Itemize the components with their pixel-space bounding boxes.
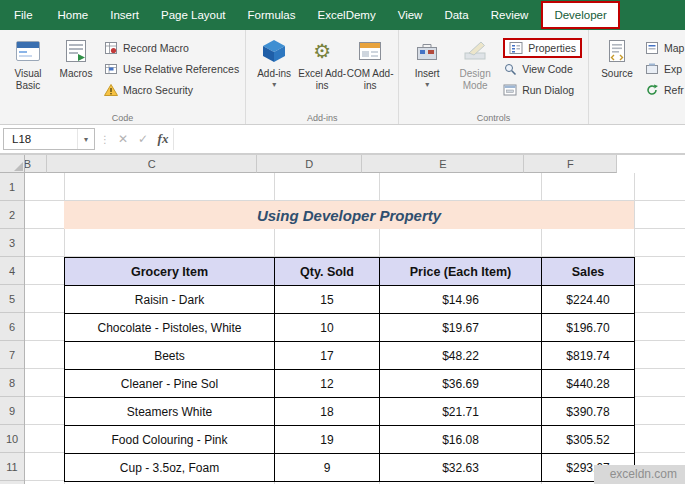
- run-dialog-label: Run Dialog: [522, 84, 574, 96]
- ribbon-tab[interactable]: File: [0, 0, 47, 30]
- ribbon-tab[interactable]: Formulas: [237, 0, 307, 30]
- cell-grocery-item[interactable]: Cup - 3.5oz, Foam: [65, 454, 275, 482]
- insert-function-button[interactable]: fx: [153, 125, 173, 153]
- row-header[interactable]: 4: [0, 257, 24, 285]
- visual-basic-label: Visual Basic: [4, 68, 52, 91]
- insert-control-button[interactable]: Insert ▾: [403, 32, 451, 89]
- dropdown-caret-icon: ▾: [272, 81, 276, 89]
- source-document-icon: [604, 37, 630, 65]
- view-code-button[interactable]: View Code: [503, 62, 582, 76]
- column-header[interactable]: E: [362, 155, 524, 173]
- name-box[interactable]: L18 ▾: [3, 128, 95, 150]
- cell-price[interactable]: $19.67: [380, 314, 542, 342]
- row-header[interactable]: 5: [0, 285, 24, 313]
- row-header[interactable]: 1: [0, 173, 24, 201]
- properties-button[interactable]: Properties: [503, 38, 582, 58]
- cell-qty-sold[interactable]: 10: [275, 314, 380, 342]
- cell-sales[interactable]: $390.78: [542, 398, 635, 426]
- row-header[interactable]: 11: [0, 453, 24, 481]
- row-header[interactable]: 10: [0, 425, 24, 453]
- cell-qty-sold[interactable]: 9: [275, 454, 380, 482]
- cell-price[interactable]: $32.63: [380, 454, 542, 482]
- cell-sales[interactable]: $819.74: [542, 342, 635, 370]
- visual-basic-icon: [15, 37, 41, 65]
- cell-price[interactable]: $48.22: [380, 342, 542, 370]
- header-sales[interactable]: Sales: [542, 258, 635, 286]
- formula-bar: L18 ▾ ⋮ ✕ ✓ fx: [0, 125, 685, 155]
- cell-qty-sold[interactable]: 17: [275, 342, 380, 370]
- com-addins-icon: [357, 37, 383, 65]
- record-macro-button[interactable]: Record Macro: [104, 41, 239, 55]
- header-qty-sold[interactable]: Qty. Sold: [275, 258, 380, 286]
- ribbon-tab[interactable]: Insert: [99, 0, 150, 30]
- properties-label: Properties: [528, 42, 576, 54]
- cell-grocery-item[interactable]: Beets: [65, 342, 275, 370]
- ribbon-tab[interactable]: Page Layout: [150, 0, 237, 30]
- cell-grocery-item[interactable]: Raisin - Dark: [65, 286, 275, 314]
- watermark: exceldn.com: [594, 465, 685, 484]
- insert-control-label: Insert: [415, 68, 440, 80]
- cell-sales[interactable]: $305.52: [542, 426, 635, 454]
- enter-button[interactable]: ✓: [133, 125, 153, 153]
- name-box-caret-icon[interactable]: ▾: [77, 129, 94, 149]
- cell-price[interactable]: $21.71: [380, 398, 542, 426]
- cell-grocery-item[interactable]: Food Colouring - Pink: [65, 426, 275, 454]
- row-header[interactable]: 2: [0, 201, 24, 229]
- properties-icon: [509, 41, 523, 55]
- map-properties-button[interactable]: Map: [645, 41, 684, 55]
- design-mode-button[interactable]: Design Mode: [451, 32, 499, 91]
- header-price[interactable]: Price (Each Item): [380, 258, 542, 286]
- macro-security-button[interactable]: Macro Security: [104, 83, 239, 97]
- cell-grocery-item[interactable]: Chocolate - Pistoles, White: [65, 314, 275, 342]
- row-header[interactable]: 3: [0, 229, 24, 257]
- excel-addins-gear-icon: ⚙: [313, 37, 331, 65]
- run-dialog-button[interactable]: Run Dialog: [503, 83, 582, 97]
- cell-grocery-item[interactable]: Cleaner - Pine Sol: [65, 370, 275, 398]
- code-small-buttons: Record Macro Use Relative References Mac…: [100, 32, 241, 97]
- ribbon-tab[interactable]: Home: [47, 0, 100, 30]
- macros-button[interactable]: Macros: [52, 32, 100, 80]
- column-header[interactable]: F: [524, 155, 617, 173]
- refresh-data-button[interactable]: Refr: [645, 83, 684, 97]
- toolbox-icon: [414, 37, 440, 65]
- cell-sales[interactable]: $440.28: [542, 370, 635, 398]
- ribbon-tab[interactable]: Review: [480, 0, 540, 30]
- column-header[interactable]: C: [47, 155, 257, 173]
- ribbon-group-code: Visual Basic Macros Record Macro: [0, 30, 246, 124]
- visual-basic-button[interactable]: Visual Basic: [4, 32, 52, 91]
- cell-sales[interactable]: $196.70: [542, 314, 635, 342]
- use-relative-references-button[interactable]: Use Relative References: [104, 62, 239, 76]
- cell-grocery-item[interactable]: Steamers White: [65, 398, 275, 426]
- formula-input[interactable]: [173, 128, 685, 150]
- xml-small-buttons: Map Exp Refr: [641, 32, 685, 97]
- source-button[interactable]: Source: [593, 32, 641, 80]
- ribbon-tab[interactable]: View: [387, 0, 434, 30]
- row-header[interactable]: 6: [0, 313, 24, 341]
- header-grocery-item[interactable]: Grocery Item: [65, 258, 275, 286]
- cell-price[interactable]: $16.08: [380, 426, 542, 454]
- cell-price[interactable]: $36.69: [380, 370, 542, 398]
- row-header[interactable]: 7: [0, 341, 24, 369]
- ribbon-tab[interactable]: Developer: [541, 1, 619, 29]
- expansion-packs-button[interactable]: Exp: [645, 62, 684, 76]
- com-addins-button[interactable]: COM Add-ins: [346, 32, 394, 91]
- cell-qty-sold[interactable]: 12: [275, 370, 380, 398]
- sheet-title-cell[interactable]: Using Developer Property: [64, 201, 634, 229]
- excel-addins-button[interactable]: ⚙ Excel Add-ins: [298, 32, 346, 91]
- addins-button[interactable]: Add-ins ▾: [250, 32, 298, 89]
- ribbon-group-xml: Source Map Exp: [589, 30, 685, 124]
- select-all-corner[interactable]: [0, 155, 25, 173]
- ribbon-tab[interactable]: ExcelDemy: [307, 0, 387, 30]
- ribbon-tab[interactable]: Data: [433, 0, 479, 30]
- cell-qty-sold[interactable]: 15: [275, 286, 380, 314]
- cell-sales[interactable]: $224.40: [542, 286, 635, 314]
- row-header[interactable]: 8: [0, 369, 24, 397]
- cancel-button[interactable]: ✕: [113, 125, 133, 153]
- cell-qty-sold[interactable]: 19: [275, 426, 380, 454]
- cell-qty-sold[interactable]: 18: [275, 398, 380, 426]
- warning-icon: [104, 83, 118, 97]
- cell-price[interactable]: $14.96: [380, 286, 542, 314]
- row-header[interactable]: 9: [0, 397, 24, 425]
- column-header[interactable]: D: [257, 155, 362, 173]
- cell-area[interactable]: Using Developer Property Grocery Item Qt…: [25, 173, 685, 484]
